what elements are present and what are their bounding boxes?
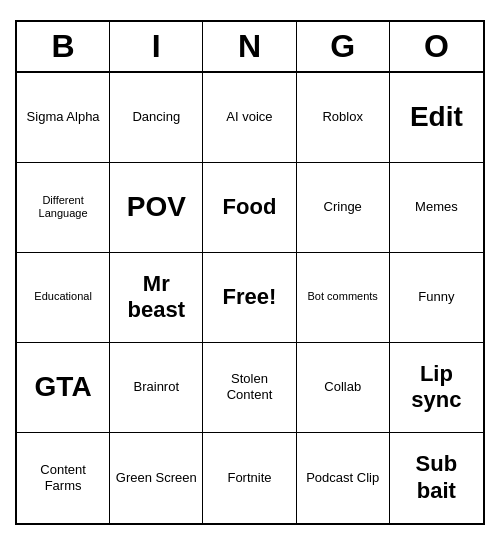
bingo-cell-10: Educational	[17, 253, 110, 343]
bingo-grid: Sigma AlphaDancingAI voiceRobloxEditDiff…	[17, 73, 483, 523]
bingo-cell-14: Funny	[390, 253, 483, 343]
bingo-cell-12: Free!	[203, 253, 296, 343]
bingo-cell-8: Cringe	[297, 163, 390, 253]
bingo-cell-21: Green Screen	[110, 433, 203, 523]
bingo-cell-16: Brainrot	[110, 343, 203, 433]
bingo-cell-13: Bot comments	[297, 253, 390, 343]
bingo-card: BINGO Sigma AlphaDancingAI voiceRobloxEd…	[15, 20, 485, 525]
bingo-cell-19: Lip sync	[390, 343, 483, 433]
header-letter: B	[17, 22, 110, 71]
bingo-cell-4: Edit	[390, 73, 483, 163]
bingo-cell-0: Sigma Alpha	[17, 73, 110, 163]
bingo-cell-6: POV	[110, 163, 203, 253]
bingo-cell-7: Food	[203, 163, 296, 253]
bingo-cell-20: Content Farms	[17, 433, 110, 523]
bingo-header: BINGO	[17, 22, 483, 73]
bingo-cell-15: GTA	[17, 343, 110, 433]
bingo-cell-17: Stolen Content	[203, 343, 296, 433]
bingo-cell-9: Memes	[390, 163, 483, 253]
bingo-cell-3: Roblox	[297, 73, 390, 163]
bingo-cell-18: Collab	[297, 343, 390, 433]
header-letter: G	[297, 22, 390, 71]
bingo-cell-23: Podcast Clip	[297, 433, 390, 523]
header-letter: N	[203, 22, 296, 71]
bingo-cell-11: Mr beast	[110, 253, 203, 343]
bingo-cell-22: Fortnite	[203, 433, 296, 523]
bingo-cell-24: Sub bait	[390, 433, 483, 523]
header-letter: O	[390, 22, 483, 71]
bingo-cell-5: Different Language	[17, 163, 110, 253]
bingo-cell-1: Dancing	[110, 73, 203, 163]
header-letter: I	[110, 22, 203, 71]
bingo-cell-2: AI voice	[203, 73, 296, 163]
